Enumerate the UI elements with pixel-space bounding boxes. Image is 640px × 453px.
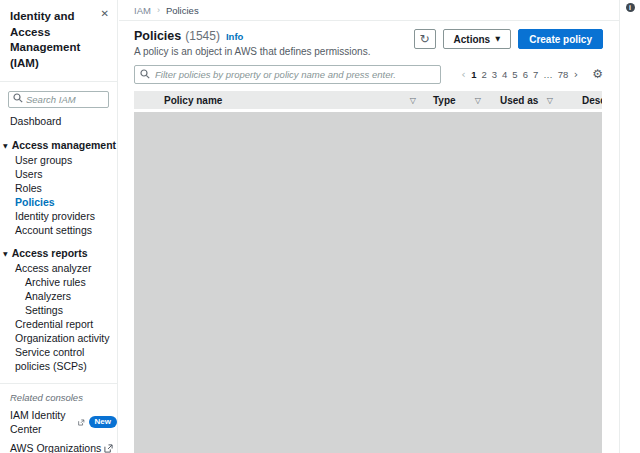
column-label: Policy name (164, 95, 222, 106)
sidebar-item-scps[interactable]: Service control policies (SCPs) (0, 345, 117, 373)
new-badge: New (89, 416, 117, 429)
column-header-type[interactable]: Type ▽ (425, 91, 490, 109)
link-iam-identity-center[interactable]: IAM Identity Center New (0, 408, 117, 436)
column-header-used-as[interactable]: Used as ▽ (490, 91, 562, 109)
sidebar-item-organization-activity[interactable]: Organization activity (0, 331, 117, 345)
sidebar-divider (0, 81, 117, 82)
sidebar-item-access-analyzer[interactable]: Access analyzer (0, 261, 117, 275)
section-access-management[interactable]: ▼ Access management (0, 137, 117, 153)
sidebar-header: Identity and Access Management (IAM) ✕ (0, 0, 117, 81)
next-page-icon[interactable]: › (574, 68, 578, 81)
refresh-icon: ↻ (419, 32, 429, 46)
sidebar-search (8, 89, 109, 108)
breadcrumb-iam-link[interactable]: IAM (134, 5, 151, 16)
page-description: A policy is an object in AWS that define… (134, 46, 370, 57)
page-number-6[interactable]: 6 (523, 69, 528, 80)
sidebar-item-archive-rules[interactable]: Archive rules (0, 275, 117, 289)
link-aws-organizations[interactable]: AWS Organizations (0, 441, 117, 453)
page-header: Policies (1545) Info A policy is an obje… (134, 29, 603, 57)
table-header-row: Policy name ▽ Type ▽ Used as ▽ Descripti… (134, 91, 602, 109)
column-label: Description (582, 95, 602, 106)
select-column-spacer (134, 91, 164, 109)
sidebar-title: Identity and Access Management (IAM) (10, 9, 93, 71)
filter-dropdown-icon[interactable]: ▽ (547, 96, 553, 105)
filter-dropdown-icon[interactable]: ▽ (475, 96, 481, 105)
policies-count: (1545) (185, 29, 220, 43)
search-icon (140, 69, 150, 79)
sidebar-divider (0, 383, 117, 384)
page-number-4[interactable]: 4 (502, 69, 507, 80)
chevron-down-icon: ▼ (3, 142, 8, 149)
page-number-3[interactable]: 3 (492, 69, 497, 80)
column-label: Used as (500, 95, 538, 106)
breadcrumb: IAM › Policies (119, 0, 619, 21)
column-header-description[interactable]: Description (562, 91, 602, 109)
breadcrumb-current: Policies (166, 5, 199, 16)
page-ellipsis: … (543, 69, 553, 80)
filter-box (134, 64, 441, 84)
create-policy-button[interactable]: Create policy (518, 29, 603, 49)
link-label: IAM Identity Center (10, 408, 75, 436)
related-consoles-label: Related consoles (0, 392, 117, 403)
actions-label: Actions (454, 34, 491, 45)
sidebar-item-dashboard[interactable]: Dashboard (0, 113, 117, 129)
sidebar-item-analyzers[interactable]: Analyzers (0, 289, 117, 303)
chevron-right-icon: › (157, 5, 160, 15)
section-label: Access management (12, 139, 116, 151)
page-title: Policies (134, 29, 181, 43)
sidebar-item-account-settings[interactable]: Account settings (0, 223, 117, 237)
external-link-icon (78, 418, 85, 427)
pagination: ‹ 1 2 3 4 5 6 7 … 78 › ⚙ (458, 67, 603, 81)
header-actions: ↻ Actions ▼ Create policy (414, 29, 603, 49)
sidebar-item-user-groups[interactable]: User groups (0, 153, 117, 167)
sidebar-item-identity-providers[interactable]: Identity providers (0, 209, 117, 223)
section-access-reports[interactable]: ▼ Access reports (0, 245, 117, 261)
refresh-button[interactable]: ↻ (414, 29, 436, 49)
sidebar-item-roles[interactable]: Roles (0, 181, 117, 195)
page-number-2[interactable]: 2 (481, 69, 486, 80)
sidebar-item-users[interactable]: Users (0, 167, 117, 181)
prev-page-icon[interactable]: ‹ (461, 68, 465, 81)
external-link-icon (104, 444, 113, 453)
filter-dropdown-icon[interactable]: ▽ (410, 96, 416, 105)
sidebar-item-settings[interactable]: Settings (0, 303, 117, 317)
sidebar-item-policies[interactable]: Policies (0, 195, 117, 209)
table-body-placeholder (134, 112, 602, 453)
search-icon (13, 93, 23, 103)
page-number-1[interactable]: 1 (471, 69, 476, 80)
page-title-block: Policies (1545) Info A policy is an obje… (134, 29, 370, 57)
help-panel-strip: i (619, 0, 640, 453)
column-label: Type (433, 95, 456, 106)
filter-policies-input[interactable] (134, 65, 441, 84)
sidebar-nav: Dashboard ▼ Access management User group… (0, 113, 117, 453)
page-number-5[interactable]: 5 (512, 69, 517, 80)
policies-table: Policy name ▽ Type ▽ Used as ▽ Descripti… (134, 91, 602, 453)
close-icon[interactable]: ✕ (101, 8, 109, 19)
sidebar-item-credential-report[interactable]: Credential report (0, 317, 117, 331)
caret-down-icon: ▼ (495, 35, 500, 43)
policies-content: Policies (1545) Info A policy is an obje… (119, 21, 619, 453)
actions-dropdown-button[interactable]: Actions ▼ (443, 29, 512, 49)
info-icon[interactable]: i (626, 3, 635, 12)
filter-row: ‹ 1 2 3 4 5 6 7 … 78 › ⚙ (134, 64, 603, 84)
sidebar-search-input[interactable] (8, 91, 109, 108)
page-number-78[interactable]: 78 (558, 69, 569, 80)
gear-icon[interactable]: ⚙ (592, 67, 603, 81)
link-label: AWS Organizations (10, 441, 101, 453)
main-panel: IAM › Policies Policies (1545) Info A po… (119, 0, 619, 453)
iam-sidebar: Identity and Access Management (IAM) ✕ D… (0, 0, 118, 453)
chevron-down-icon: ▼ (3, 250, 8, 257)
page-number-7[interactable]: 7 (533, 69, 538, 80)
section-label: Access reports (12, 247, 88, 259)
column-header-policy-name[interactable]: Policy name ▽ (164, 91, 425, 109)
info-link[interactable]: Info (226, 31, 243, 42)
